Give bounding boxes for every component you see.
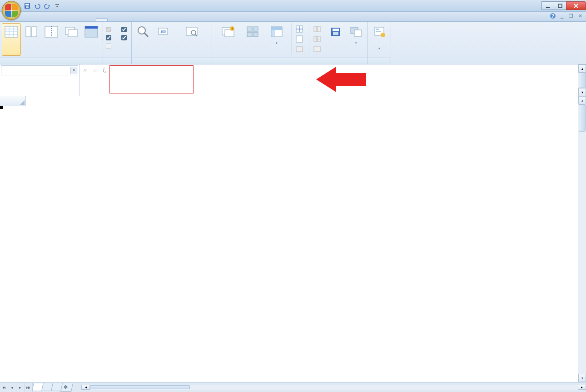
group-label <box>103 57 131 64</box>
fill-handle[interactable] <box>0 106 3 109</box>
svg-rect-2 <box>26 6 29 8</box>
svg-rect-36 <box>253 32 258 37</box>
tab-formulas[interactable] <box>60 18 72 21</box>
first-sheet-icon[interactable]: ⏮ <box>0 383 8 392</box>
formula-input[interactable] <box>109 65 194 93</box>
message-bar-checkbox[interactable] <box>106 42 113 50</box>
last-sheet-icon[interactable]: ⏭ <box>25 383 33 392</box>
group-zoom: 100 <box>132 22 212 64</box>
svg-rect-57 <box>376 31 381 32</box>
formula-bar-checkbox[interactable] <box>121 25 129 34</box>
prev-sheet-icon[interactable]: ◂ <box>8 383 16 392</box>
horizontal-scrollbar[interactable]: ◂ ▸ <box>81 385 586 390</box>
sheet-nav-arrows: ⏮ ◂ ▸ ⏭ <box>0 383 33 392</box>
scroll-down-icon[interactable]: ▾ <box>578 374 586 382</box>
annotation-arrow <box>316 67 370 92</box>
new-window-button[interactable]: ✶ <box>214 23 242 56</box>
switch-windows-button[interactable]: ▾ <box>347 23 366 56</box>
svg-rect-45 <box>314 26 317 32</box>
page-break-preview-button[interactable] <box>42 23 61 56</box>
fx-icon[interactable]: fx <box>99 66 109 74</box>
tab-view[interactable] <box>96 18 108 21</box>
zoom-button[interactable] <box>134 23 153 56</box>
svg-rect-44 <box>296 47 303 52</box>
svg-rect-33 <box>247 27 252 31</box>
svg-point-22 <box>138 27 145 34</box>
next-sheet-icon[interactable]: ▸ <box>16 383 25 392</box>
tab-review[interactable] <box>84 18 96 21</box>
save-workspace-button[interactable] <box>327 23 346 56</box>
svg-rect-5 <box>558 4 562 8</box>
sync-scroll-button[interactable] <box>311 34 325 44</box>
arrange-button[interactable] <box>243 23 262 56</box>
vertical-scrollbar[interactable]: ▴ ▾ <box>578 96 586 382</box>
office-button[interactable] <box>2 1 21 20</box>
svg-rect-46 <box>318 26 320 32</box>
ribbon: 100 ✶ ▾ ▾ ▾ <box>0 22 586 64</box>
scroll-left-icon[interactable]: ◂ <box>82 385 90 390</box>
tab-pagelayout[interactable] <box>49 18 60 21</box>
scroll-up-icon[interactable]: ▴ <box>578 96 586 104</box>
tab-insert[interactable] <box>37 18 49 21</box>
zoom-100-button[interactable]: 100 <box>154 23 173 56</box>
name-box[interactable]: ▾ <box>1 65 78 75</box>
new-sheet-icon[interactable]: ✲ <box>60 383 73 392</box>
svg-rect-49 <box>314 46 320 52</box>
macros-button[interactable]: ▾ <box>370 23 389 56</box>
enter-formula-icon[interactable]: ✓ <box>89 66 99 74</box>
close-button[interactable] <box>566 1 586 10</box>
window-buttons <box>542 1 586 10</box>
close-workbook-icon[interactable]: ✕ <box>577 13 583 19</box>
split-button[interactable] <box>293 24 307 34</box>
spreadsheet-grid[interactable] <box>0 96 578 382</box>
arrow-icon <box>316 67 366 92</box>
gridlines-checkbox[interactable] <box>106 34 113 42</box>
scroll-up-icon[interactable]: ▴ <box>578 64 586 73</box>
ruler-checkbox[interactable] <box>106 25 113 34</box>
cancel-formula-icon[interactable]: ✕ <box>79 66 89 74</box>
qat-dropdown-icon[interactable] <box>53 1 62 10</box>
scroll-thumb[interactable] <box>579 73 586 88</box>
maximize-button[interactable] <box>554 1 566 10</box>
freeze-panes-button[interactable]: ▾ <box>263 23 290 56</box>
zoom-selection-button[interactable] <box>174 23 210 56</box>
group-workbook-views <box>0 22 103 64</box>
svg-rect-51 <box>333 29 339 31</box>
svg-rect-14 <box>26 27 31 37</box>
svg-rect-56 <box>376 29 379 30</box>
minimize-button[interactable] <box>541 1 554 10</box>
undo-icon[interactable] <box>33 1 42 10</box>
quick-access-toolbar <box>23 1 62 10</box>
scroll-thumb[interactable] <box>90 385 190 389</box>
minimize-ribbon-icon[interactable]: _ <box>559 13 565 19</box>
reset-window-button[interactable] <box>311 44 325 54</box>
unhide-button[interactable] <box>293 44 307 54</box>
group-label <box>212 57 367 64</box>
save-icon[interactable] <box>23 1 32 10</box>
svg-text:✶: ✶ <box>231 27 234 31</box>
select-all-corner[interactable] <box>0 96 26 106</box>
help-icon[interactable]: ? <box>550 13 556 19</box>
scroll-right-icon[interactable]: ▸ <box>578 385 586 390</box>
side-by-side-button[interactable] <box>311 24 325 34</box>
scroll-down-icon[interactable]: ▾ <box>578 88 586 96</box>
scroll-thumb[interactable] <box>579 104 586 132</box>
ribbon-tabs: ? _ ❐ ✕ <box>0 12 586 22</box>
normal-view-button[interactable] <box>2 23 21 56</box>
tab-home[interactable] <box>25 18 37 21</box>
column-headers <box>0 96 578 106</box>
tab-data[interactable] <box>72 18 84 21</box>
svg-line-23 <box>144 33 148 37</box>
restore-workbook-icon[interactable]: ❐ <box>568 13 574 19</box>
headings-checkbox[interactable] <box>121 34 129 42</box>
redo-icon[interactable] <box>43 1 52 10</box>
hide-button[interactable] <box>293 34 307 44</box>
svg-rect-19 <box>68 29 77 37</box>
name-box-dropdown-icon[interactable]: ▾ <box>70 67 77 74</box>
group-label <box>0 57 103 64</box>
full-screen-button[interactable] <box>82 23 101 56</box>
custom-views-button[interactable] <box>62 23 81 56</box>
formula-bar-scrollbar[interactable]: ▴ ▾ <box>578 64 586 96</box>
page-layout-button[interactable] <box>22 23 41 56</box>
svg-rect-54 <box>354 30 362 36</box>
